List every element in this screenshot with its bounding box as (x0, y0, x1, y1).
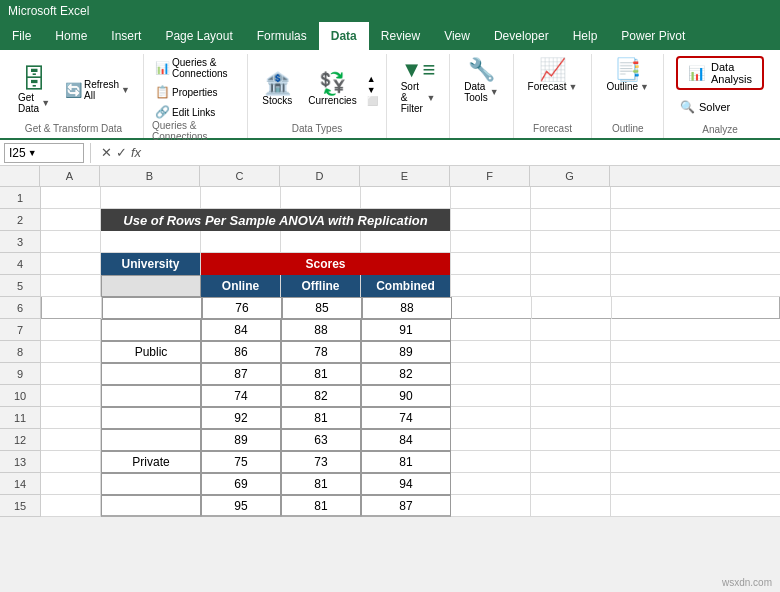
tab-power-pivot[interactable]: Power Pivot (609, 22, 697, 50)
cell-c11[interactable]: 92 (201, 407, 281, 429)
cell-a3[interactable] (41, 231, 101, 253)
cell-f8[interactable] (451, 341, 531, 363)
tab-review[interactable]: Review (369, 22, 432, 50)
cell-f3[interactable] (451, 231, 531, 253)
cell-e7[interactable]: 91 (361, 319, 451, 341)
cell-d7[interactable]: 88 (281, 319, 361, 341)
cell-g12[interactable] (531, 429, 611, 451)
cell-f11[interactable] (451, 407, 531, 429)
cell-combined-header[interactable]: Combined (361, 275, 451, 297)
cell-e14[interactable]: 94 (361, 473, 451, 495)
cell-f1[interactable] (451, 187, 531, 209)
cell-g3[interactable] (531, 231, 611, 253)
row-header-8[interactable]: 8 (0, 341, 40, 363)
row-header-3[interactable]: 3 (0, 231, 40, 253)
tab-insert[interactable]: Insert (99, 22, 153, 50)
cell-d13[interactable]: 73 (281, 451, 361, 473)
col-header-b[interactable]: B (100, 166, 200, 186)
cell-c3[interactable] (201, 231, 281, 253)
row-header-1[interactable]: 1 (0, 187, 40, 209)
cell-e3[interactable] (361, 231, 451, 253)
edit-links-button[interactable]: 🔗 Edit Links (152, 104, 239, 120)
row-header-13[interactable]: 13 (0, 451, 40, 473)
tab-page-layout[interactable]: Page Layout (153, 22, 244, 50)
data-analysis-button[interactable]: 📊 Data Analysis (676, 56, 764, 90)
col-header-d[interactable]: D (280, 166, 360, 186)
col-header-f[interactable]: F (450, 166, 530, 186)
cell-online-header[interactable]: Online (201, 275, 281, 297)
cell-a7[interactable] (41, 319, 101, 341)
cell-f2[interactable] (451, 209, 531, 231)
cell-g11[interactable] (531, 407, 611, 429)
cell-f13[interactable] (451, 451, 531, 473)
cell-b8[interactable]: Public (101, 341, 201, 363)
row-header-7[interactable]: 7 (0, 319, 40, 341)
cell-f15[interactable] (451, 495, 531, 517)
cell-a10[interactable] (41, 385, 101, 407)
confirm-icon[interactable]: ✓ (116, 145, 127, 160)
cell-f6[interactable] (452, 297, 532, 319)
cell-b3[interactable] (101, 231, 201, 253)
cell-d6[interactable]: 85 (282, 297, 362, 319)
cell-c15[interactable]: 95 (201, 495, 281, 517)
scroll-down-icon[interactable]: ▼ (367, 85, 378, 95)
cell-a14[interactable] (41, 473, 101, 495)
stocks-button[interactable]: 🏦 Stocks (256, 70, 298, 109)
cell-scores-header[interactable]: Scores (201, 253, 451, 275)
col-header-c[interactable]: C (200, 166, 280, 186)
queries-connections-button[interactable]: 📊 Queries & Connections (152, 56, 239, 80)
cell-f7[interactable] (451, 319, 531, 341)
cell-a5[interactable] (41, 275, 101, 297)
col-header-a[interactable]: A (40, 166, 100, 186)
tab-help[interactable]: Help (561, 22, 610, 50)
properties-button[interactable]: 📋 Properties (152, 84, 239, 100)
cell-a9[interactable] (41, 363, 101, 385)
data-tools-button[interactable]: 🔧 DataTools ▼ (458, 56, 504, 134)
cell-b7[interactable] (101, 319, 201, 341)
cell-c10[interactable]: 74 (201, 385, 281, 407)
currencies-button[interactable]: 💱 Currencies (302, 70, 362, 109)
tab-view[interactable]: View (432, 22, 482, 50)
cell-g1[interactable] (531, 187, 611, 209)
cell-e6[interactable]: 88 (362, 297, 452, 319)
cell-d10[interactable]: 82 (281, 385, 361, 407)
cell-f5[interactable] (451, 275, 531, 297)
col-header-g[interactable]: G (530, 166, 610, 186)
insert-function-icon[interactable]: fx (131, 145, 141, 160)
cell-a11[interactable] (41, 407, 101, 429)
cell-g6[interactable] (532, 297, 612, 319)
cell-g4[interactable] (531, 253, 611, 275)
row-header-5[interactable]: 5 (0, 275, 40, 297)
cell-a15[interactable] (41, 495, 101, 517)
cell-b9[interactable] (101, 363, 201, 385)
cell-a12[interactable] (41, 429, 101, 451)
cell-b11[interactable] (101, 407, 201, 429)
row-header-9[interactable]: 9 (0, 363, 40, 385)
cell-e11[interactable]: 74 (361, 407, 451, 429)
row-header-12[interactable]: 12 (0, 429, 40, 451)
outline-button[interactable]: 📑 Outline ▼ (600, 56, 655, 123)
name-box[interactable]: I25 ▼ (4, 143, 84, 163)
cell-b1[interactable] (101, 187, 201, 209)
cell-b15[interactable] (101, 495, 201, 517)
cell-e9[interactable]: 82 (361, 363, 451, 385)
cell-d8[interactable]: 78 (281, 341, 361, 363)
cell-c1[interactable] (201, 187, 281, 209)
tab-home[interactable]: Home (43, 22, 99, 50)
cell-e13[interactable]: 81 (361, 451, 451, 473)
cell-d15[interactable]: 81 (281, 495, 361, 517)
refresh-all-button[interactable]: 🔄 RefreshAll ▼ (60, 76, 135, 104)
cell-c12[interactable]: 89 (201, 429, 281, 451)
cell-g2[interactable] (531, 209, 611, 231)
cell-g15[interactable] (531, 495, 611, 517)
cell-c6[interactable]: 76 (202, 297, 282, 319)
cell-d12[interactable]: 63 (281, 429, 361, 451)
row-header-11[interactable]: 11 (0, 407, 40, 429)
scroll-up-icon[interactable]: ▲ (367, 74, 378, 84)
tab-file[interactable]: File (0, 22, 43, 50)
cell-a6[interactable] (42, 297, 102, 319)
cell-g7[interactable] (531, 319, 611, 341)
sort-filter-button[interactable]: ▼≡ Sort &Filter ▼ (395, 56, 442, 134)
cell-e1[interactable] (361, 187, 451, 209)
cell-a13[interactable] (41, 451, 101, 473)
